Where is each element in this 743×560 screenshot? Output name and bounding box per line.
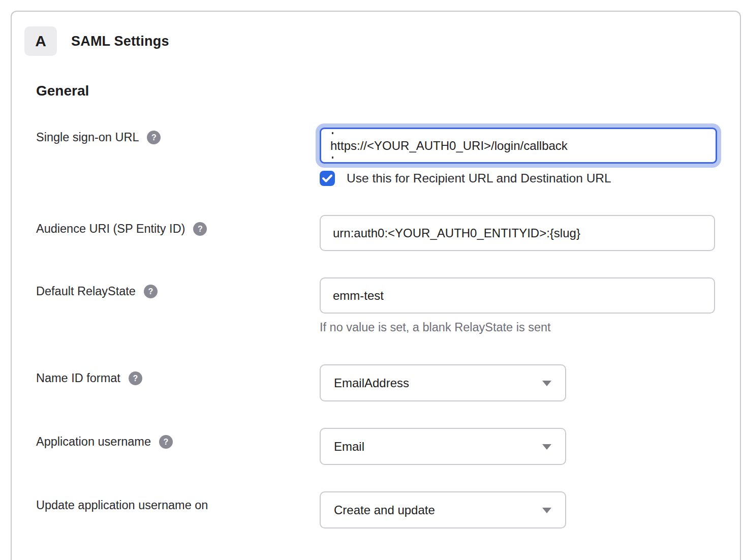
app-username-value: Email — [334, 440, 364, 454]
caret-down-icon — [542, 381, 551, 386]
control-col: EmailAddress — [320, 364, 740, 401]
update-app-username-value: Create and update — [334, 503, 435, 517]
recipient-url-checkbox-row: Use this for Recipient URL and Destinati… — [320, 171, 740, 186]
sso-url-label: Single sign-on URL — [36, 130, 139, 144]
audience-uri-label: Audience URI (SP Entity ID) — [36, 222, 185, 236]
help-icon[interactable]: ? — [147, 131, 161, 144]
control-col — [320, 215, 740, 251]
row-update-app-username: Update application username on Create an… — [36, 491, 740, 528]
relaystate-helper-text: If no value is set, a blank RelayState i… — [320, 321, 740, 334]
app-username-label: Application username — [36, 434, 151, 449]
control-col: If no value is set, a blank RelayState i… — [320, 277, 740, 334]
update-app-username-label: Update application username on — [36, 498, 208, 512]
row-application-username: Application username ? Email — [36, 428, 740, 465]
label-col: Audience URI (SP Entity ID) ? — [36, 215, 320, 251]
row-single-sign-on-url: Single sign-on URL ? Use this for Recipi… — [36, 123, 740, 186]
sso-url-input-wrap — [320, 128, 717, 164]
recipient-url-checkbox[interactable] — [320, 171, 335, 186]
control-col: Create and update — [320, 491, 740, 528]
relaystate-label: Default RelayState — [36, 284, 136, 298]
help-icon[interactable]: ? — [129, 371, 142, 385]
update-app-username-select[interactable]: Create and update — [320, 491, 566, 528]
name-id-format-label: Name ID format — [36, 371, 120, 385]
caret-down-icon — [542, 508, 551, 513]
card-title: SAML Settings — [71, 34, 169, 49]
name-id-format-value: EmailAddress — [334, 376, 409, 390]
saml-settings-form: Single sign-on URL ? Use this for Recipi… — [36, 123, 740, 528]
row-name-id-format: Name ID format ? EmailAddress — [36, 364, 740, 401]
control-col: Use this for Recipient URL and Destinati… — [320, 123, 740, 186]
label-col: Update application username on — [36, 491, 320, 528]
saml-settings-card: A SAML Settings General Single sign-on U… — [11, 11, 741, 560]
help-icon[interactable]: ? — [159, 435, 173, 449]
label-col: Application username ? — [36, 428, 320, 465]
name-id-format-select[interactable]: EmailAddress — [320, 364, 566, 401]
label-col: Single sign-on URL ? — [36, 123, 320, 186]
audience-uri-input[interactable] — [320, 215, 715, 251]
checkmark-icon — [322, 174, 332, 182]
general-section-heading: General — [36, 83, 740, 99]
caret-down-icon — [542, 444, 551, 450]
control-col: Email — [320, 428, 740, 465]
row-audience-uri: Audience URI (SP Entity ID) ? — [36, 215, 740, 251]
label-col: Default RelayState ? — [36, 277, 320, 334]
card-header: A SAML Settings — [24, 26, 740, 56]
help-icon[interactable]: ? — [144, 285, 158, 298]
recipient-url-checkbox-label: Use this for Recipient URL and Destinati… — [347, 171, 611, 185]
label-col: Name ID format ? — [36, 364, 320, 401]
section-badge-a: A — [24, 26, 57, 56]
relaystate-input[interactable] — [320, 277, 715, 314]
sso-url-input[interactable] — [320, 128, 717, 164]
row-default-relaystate: Default RelayState ? If no value is set,… — [36, 277, 740, 334]
app-username-select[interactable]: Email — [320, 428, 566, 465]
help-icon[interactable]: ? — [193, 222, 207, 236]
